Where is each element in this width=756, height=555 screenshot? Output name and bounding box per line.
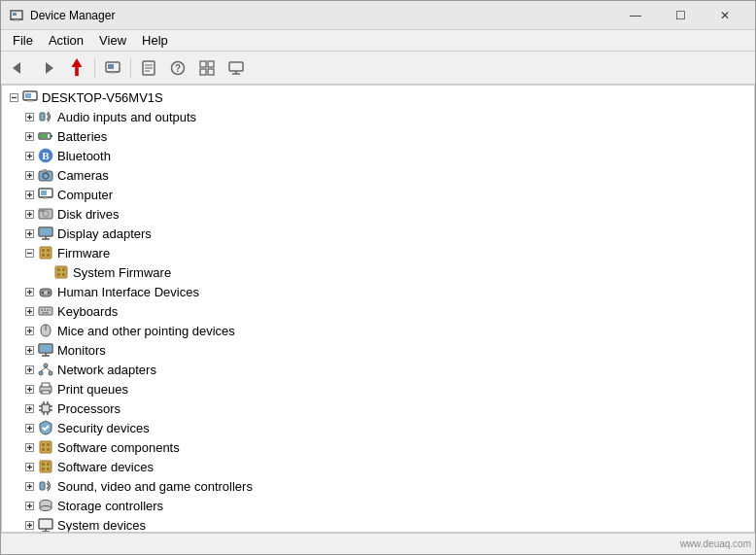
tree-item-computer-node[interactable]: Computer <box>2 185 754 204</box>
svg-rect-77 <box>42 254 45 257</box>
expand-btn-network[interactable] <box>21 362 37 377</box>
expand-btn-sound[interactable] <box>21 478 37 494</box>
view-grid-button[interactable] <box>193 55 221 81</box>
expand-btn-batteries[interactable] <box>21 128 37 144</box>
expand-btn-firmware[interactable] <box>21 245 37 260</box>
monitor-button[interactable] <box>223 55 250 81</box>
icon-system <box>37 517 54 533</box>
expand-btn-security[interactable] <box>21 420 37 435</box>
maximize-button[interactable]: ☐ <box>658 1 703 30</box>
svg-rect-83 <box>62 273 65 276</box>
title-bar: Device Manager — ☐ ✕ <box>1 1 755 30</box>
icon-system-firmware <box>52 264 70 280</box>
tree-item-system[interactable]: System devices <box>2 515 754 533</box>
label-network: Network adapters <box>57 363 156 377</box>
up-button[interactable] <box>63 55 90 81</box>
tree-item-print[interactable]: Print queues <box>2 379 754 399</box>
icon-bluetooth: B <box>37 148 54 163</box>
expand-btn-keyboards[interactable] <box>21 303 37 319</box>
label-audio: Audio inputs and outputs <box>57 110 196 124</box>
tree-item-network[interactable]: Network adapters <box>2 360 754 379</box>
tree-item-firmware[interactable]: Firmware <box>2 243 754 262</box>
svg-rect-152 <box>40 461 52 472</box>
tree-item-sound[interactable]: Sound, video and game controllers <box>2 476 754 496</box>
tree-item-mice[interactable]: Mice and other pointing devices <box>2 321 754 340</box>
back-button[interactable] <box>5 55 32 81</box>
expand-btn-sw-components[interactable] <box>21 439 37 455</box>
tree-item-disk[interactable]: Disk drives <box>2 204 754 224</box>
icon-processors <box>37 400 54 416</box>
label-cameras: Cameras <box>57 168 109 183</box>
menu-view[interactable]: View <box>91 31 134 50</box>
label-print: Print queues <box>57 382 128 397</box>
svg-rect-22 <box>229 62 243 71</box>
icon-monitors <box>37 342 54 358</box>
tree-item-sw-devices[interactable]: Software devices <box>2 457 754 476</box>
expand-btn-bluetooth[interactable] <box>21 148 37 163</box>
label-disk: Disk drives <box>57 207 120 222</box>
expand-btn-display[interactable] <box>21 225 37 241</box>
show-computer-button[interactable] <box>99 55 126 81</box>
svg-rect-56 <box>41 191 47 195</box>
label-storage: Storage controllers <box>57 499 163 513</box>
expand-btn-storage[interactable] <box>21 498 37 513</box>
svg-rect-160 <box>40 482 45 490</box>
tree-item-processors[interactable]: Processors <box>2 399 754 418</box>
expand-btn-print[interactable] <box>21 381 37 397</box>
svg-rect-129 <box>43 405 49 411</box>
properties-button[interactable] <box>135 55 162 81</box>
svg-rect-155 <box>42 468 45 470</box>
svg-rect-124 <box>42 391 50 394</box>
expand-btn-mice[interactable] <box>21 323 37 338</box>
icon-print <box>37 381 54 397</box>
label-computer-node: Computer <box>57 188 113 202</box>
tree-item-computer[interactable]: DESKTOP-V56MV1S <box>2 87 754 107</box>
icon-display <box>37 225 54 241</box>
window-title: Device Manager <box>30 9 613 22</box>
icon-batteries <box>37 128 54 144</box>
tree-item-cameras[interactable]: Cameras <box>2 165 754 185</box>
forward-button[interactable] <box>34 55 61 81</box>
tree-item-monitors[interactable]: Monitors <box>2 340 754 360</box>
tree-item-bluetooth[interactable]: BBluetooth <box>2 146 754 165</box>
expand-btn-hid[interactable] <box>21 284 37 299</box>
expand-btn-cameras[interactable] <box>21 167 37 183</box>
svg-rect-123 <box>42 383 50 387</box>
svg-rect-108 <box>40 345 52 352</box>
icon-computer <box>21 89 39 105</box>
tree-item-storage[interactable]: Storage controllers <box>2 496 754 515</box>
menu-file[interactable]: File <box>5 31 41 50</box>
expand-btn-processors[interactable] <box>21 400 37 416</box>
label-sw-devices: Software devices <box>57 460 154 474</box>
svg-rect-99 <box>42 312 49 314</box>
tree-item-keyboards[interactable]: Keyboards <box>2 301 754 321</box>
tree-item-batteries[interactable]: Batteries <box>2 126 754 146</box>
close-button[interactable]: ✕ <box>703 1 747 30</box>
label-keyboards: Keyboards <box>57 304 118 319</box>
tree-item-sw-components[interactable]: Software components <box>2 437 754 457</box>
svg-rect-145 <box>42 443 45 446</box>
expand-btn-monitors[interactable] <box>21 342 37 358</box>
expand-btn-sw-devices[interactable] <box>21 459 37 474</box>
device-tree-panel[interactable]: DESKTOP-V56MV1SAudio inputs and outputsB… <box>1 85 755 533</box>
tree-item-audio[interactable]: Audio inputs and outputs <box>2 107 754 126</box>
tree-item-system-firmware[interactable]: System Firmware <box>2 262 754 282</box>
menu-help[interactable]: Help <box>134 31 176 50</box>
tree-item-hid[interactable]: Human Interface Devices <box>2 282 754 301</box>
label-security: Security devices <box>57 421 150 435</box>
tree-item-security[interactable]: Security devices <box>2 418 754 437</box>
svg-rect-82 <box>57 273 60 276</box>
expand-btn-audio[interactable] <box>21 109 37 124</box>
expand-btn-computer-node[interactable] <box>21 187 37 202</box>
svg-line-117 <box>41 367 46 371</box>
menu-action[interactable]: Action <box>41 31 91 50</box>
svg-rect-173 <box>40 520 52 528</box>
expand-btn-disk[interactable] <box>21 206 37 222</box>
minimize-button[interactable]: — <box>613 1 658 30</box>
tree-item-display[interactable]: Display adapters <box>2 224 754 243</box>
help-button[interactable]: ? <box>164 55 191 81</box>
expand-btn-computer[interactable] <box>6 89 21 105</box>
svg-point-116 <box>49 371 52 375</box>
label-firmware: Firmware <box>57 246 110 260</box>
expand-btn-system[interactable] <box>21 517 37 533</box>
